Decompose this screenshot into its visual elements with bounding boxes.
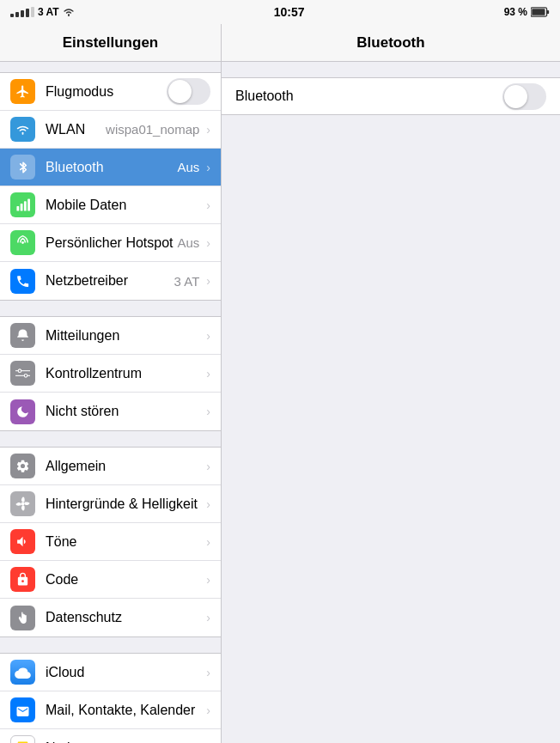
svg-rect-6 xyxy=(27,198,30,210)
bluetooth-value: Aus xyxy=(177,160,199,174)
wifi-icon xyxy=(10,117,35,142)
status-bar: 3 AT 10:57 93 % xyxy=(0,0,560,24)
svg-point-8 xyxy=(18,369,21,373)
sidebar-item-mobiledaten[interactable]: Mobile Daten › xyxy=(0,186,221,224)
svg-rect-2 xyxy=(547,10,550,14)
sidebar-item-hotspot[interactable]: Persönlicher Hotspot Aus › xyxy=(0,224,221,262)
svg-rect-3 xyxy=(16,206,19,211)
kontrollzentrum-label: Kontrollzentrum xyxy=(46,366,203,381)
section-apps: iCloud › Mail, Kontakte, Kalender › xyxy=(0,653,221,743)
allgemein-label: Allgemein xyxy=(46,459,203,474)
sidebar: Einstellungen Flugmodus xyxy=(0,24,222,743)
main-layout: Einstellungen Flugmodus xyxy=(0,24,560,743)
notepad-icon xyxy=(10,735,35,743)
sidebar-item-mitteilungen[interactable]: Mitteilungen › xyxy=(0,317,221,355)
flugmodus-label: Flugmodus xyxy=(46,84,167,100)
cloud-icon xyxy=(10,660,35,685)
sidebar-item-mail[interactable]: Mail, Kontakte, Kalender › xyxy=(0,691,221,729)
sidebar-item-hintergruende[interactable]: Hintergründe & Helligkeit › xyxy=(0,485,221,523)
svg-point-7 xyxy=(21,241,24,244)
mitteilungen-chevron: › xyxy=(206,329,210,343)
section-connectivity: Flugmodus WLAN wispa01_nomap › xyxy=(0,72,221,301)
sidebar-item-allgemein[interactable]: Allgemein › xyxy=(0,448,221,485)
flower-icon xyxy=(10,491,35,516)
antenna-icon xyxy=(10,192,35,217)
svg-point-14 xyxy=(21,502,24,505)
hotspot-icon xyxy=(10,230,35,255)
bluetooth-row: Bluetooth xyxy=(222,77,560,115)
mail-label: Mail, Kontakte, Kalender xyxy=(46,703,203,718)
allgemein-chevron: › xyxy=(206,460,210,473)
svg-rect-4 xyxy=(21,204,23,211)
sidebar-title: Einstellungen xyxy=(63,34,158,52)
status-left: 3 AT xyxy=(10,6,75,18)
mobiledaten-chevron: › xyxy=(206,198,210,212)
code-label: Code xyxy=(46,572,203,588)
svg-rect-1 xyxy=(532,9,545,15)
sidebar-item-nichtst[interactable]: Nicht stören › xyxy=(0,393,221,430)
mail-chevron: › xyxy=(206,703,210,717)
sidebar-item-notizen[interactable]: Notizen › xyxy=(0,729,221,743)
wlan-chevron: › xyxy=(206,123,210,137)
sidebar-item-wlan[interactable]: WLAN wispa01_nomap › xyxy=(0,111,221,149)
bluetooth-icon xyxy=(10,155,35,180)
speaker-icon xyxy=(10,529,35,554)
bluetooth-toggle-knob xyxy=(504,85,527,108)
right-header: Bluetooth xyxy=(222,24,560,62)
carrier-icon xyxy=(10,269,35,294)
sidebar-item-icloud[interactable]: iCloud › xyxy=(0,654,221,691)
bell-icon xyxy=(10,323,35,348)
bluetooth-chevron: › xyxy=(206,161,210,174)
hand-icon xyxy=(10,606,35,630)
moon-icon xyxy=(10,399,35,424)
sidebar-item-bluetooth[interactable]: Bluetooth Aus › xyxy=(0,149,221,186)
carrier-label: 3 AT xyxy=(38,6,59,18)
toene-label: Töne xyxy=(46,534,203,550)
lock-icon xyxy=(10,567,35,592)
hotspot-chevron: › xyxy=(206,236,210,250)
netzbetreiber-label: Netzbetreiber xyxy=(46,273,174,289)
flugmodus-toggle[interactable] xyxy=(167,78,210,105)
wlan-label: WLAN xyxy=(46,122,106,137)
netzbetreiber-value: 3 AT xyxy=(174,274,200,289)
gear-icon xyxy=(10,454,35,478)
svg-rect-5 xyxy=(24,201,27,210)
icloud-label: iCloud xyxy=(46,665,203,680)
section-spacer xyxy=(0,62,221,72)
nichtst-chevron: › xyxy=(206,405,210,418)
sidebar-item-flugmodus[interactable]: Flugmodus xyxy=(0,73,221,111)
battery-icon xyxy=(531,7,550,17)
nichtst-label: Nicht stören xyxy=(46,404,203,419)
bluetooth-row-label: Bluetooth xyxy=(235,88,502,104)
section-general: Allgemein › Hintergründe & Helligkeit › xyxy=(0,447,221,637)
netzbetreiber-chevron: › xyxy=(206,274,210,288)
sidebar-item-netzbetreiber[interactable]: Netzbetreiber 3 AT › xyxy=(0,262,221,300)
mail-icon xyxy=(10,697,35,722)
sidebar-item-datenschutz[interactable]: Datenschutz › xyxy=(0,599,221,636)
datenschutz-chevron: › xyxy=(206,611,210,624)
toene-chevron: › xyxy=(206,535,210,549)
sidebar-header: Einstellungen xyxy=(0,24,221,62)
mitteilungen-label: Mitteilungen xyxy=(46,328,203,344)
right-panel: Bluetooth Bluetooth xyxy=(222,24,560,743)
right-content: Bluetooth xyxy=(222,62,560,115)
sidebar-item-kontrollzentrum[interactable]: Kontrollzentrum › xyxy=(0,355,221,393)
svg-point-9 xyxy=(24,375,27,378)
notizen-label: Notizen xyxy=(46,740,203,744)
datenschutz-label: Datenschutz xyxy=(46,610,203,625)
bluetooth-label: Bluetooth xyxy=(46,160,177,175)
status-time: 10:57 xyxy=(274,5,305,19)
mobiledaten-label: Mobile Daten xyxy=(46,198,203,213)
bluetooth-toggle[interactable] xyxy=(502,83,546,110)
battery-label: 93 % xyxy=(504,6,527,18)
sidebar-item-toene[interactable]: Töne › xyxy=(0,523,221,561)
sidebar-item-code[interactable]: Code › xyxy=(0,561,221,599)
controls-icon xyxy=(10,361,35,386)
kontrollzentrum-chevron: › xyxy=(206,367,210,381)
right-title: Bluetooth xyxy=(356,34,424,52)
hotspot-label: Persönlicher Hotspot xyxy=(46,235,177,251)
status-right: 93 % xyxy=(504,6,550,18)
wifi-status-icon xyxy=(63,7,75,17)
wlan-value: wispa01_nomap xyxy=(106,122,199,137)
icloud-chevron: › xyxy=(206,666,210,679)
